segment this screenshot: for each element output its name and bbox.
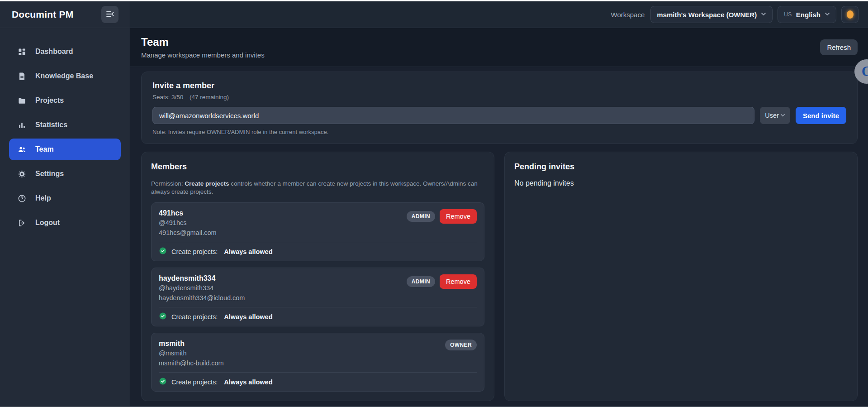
member-row-top: 491hcs @491hcs 491hcs@gmail.com ADMIN Re… (159, 208, 477, 238)
invite-card-title: Invite a member (152, 81, 846, 91)
language-select[interactable]: US English (778, 6, 836, 23)
chevron-down-icon (780, 112, 785, 119)
member-name: msmith (159, 339, 224, 348)
permission-bold: Create projects (185, 180, 229, 187)
app-logo: Documint PM (12, 9, 73, 20)
member-actions: ADMIN Remove (407, 209, 477, 224)
sidebar-collapse-button[interactable] (101, 6, 119, 23)
member-row: msmith @msmith msmith@hc-build.com OWNER (151, 333, 484, 392)
refresh-button[interactable]: Refresh (820, 39, 858, 55)
members-card-title: Members (151, 162, 484, 172)
app-layout: Dashboard Knowledge Base Projects (0, 28, 868, 407)
badge-check-icon (159, 247, 167, 256)
pending-invites-empty-state: No pending invites (514, 179, 848, 187)
member-actions: OWNER (445, 340, 477, 350)
member-email: msmith@hc-build.com (159, 358, 224, 368)
member-permission-row: Create projects:Always allowed (159, 307, 477, 321)
sun-icon (847, 10, 854, 19)
members-card: Members Permission: Create projects cont… (141, 152, 494, 401)
role-badge: ADMIN (407, 276, 435, 287)
page-header-text: Team Manage workspace members and invite… (141, 36, 265, 59)
workspace-select-value: msmith's Workspace (OWNER) (657, 11, 757, 19)
sidebar: Dashboard Knowledge Base Projects (0, 28, 130, 407)
member-handle: @msmith (159, 348, 224, 358)
chevron-down-icon (825, 10, 830, 19)
sidebar-collapse-icon (105, 10, 114, 20)
sidebar-item-logout[interactable]: Logout (9, 212, 121, 234)
sidebar-item-knowledge-base[interactable]: Knowledge Base (9, 65, 121, 87)
page-content: Invite a member Seats: 3/50 (47 remainin… (130, 67, 868, 407)
sidebar-item-dashboard[interactable]: Dashboard (9, 41, 121, 62)
members-permission-note: Permission: Create projects controls whe… (151, 180, 484, 196)
language-region-code: US (784, 11, 792, 18)
extension-c-logo-icon: C (862, 63, 868, 80)
language-select-value: English (796, 11, 821, 19)
bar-chart-icon (17, 121, 26, 129)
sidebar-item-settings[interactable]: Settings (9, 163, 121, 185)
gear-icon (17, 170, 26, 178)
topbar-controls: Workspace msmith's Workspace (OWNER) US … (130, 1, 868, 28)
sidebar-item-label: Settings (35, 170, 64, 178)
member-row-top: msmith @msmith msmith@hc-build.com OWNER (159, 339, 477, 368)
sidebar-item-help[interactable]: Help (9, 187, 121, 209)
sidebar-item-label: Team (35, 145, 54, 153)
send-invite-button[interactable]: Send invite (796, 107, 846, 124)
logout-icon (17, 219, 26, 227)
theme-toggle-button[interactable] (841, 6, 859, 23)
invite-row: User Send invite (152, 107, 846, 124)
member-permission-row: Create projects:Always allowed (159, 372, 477, 387)
badge-check-icon (159, 312, 167, 321)
seats-remaining: (47 remaining) (190, 94, 229, 101)
folder-icon (17, 96, 26, 105)
sidebar-item-label: Help (35, 194, 51, 202)
seats-count: Seats: 3/50 (152, 94, 183, 101)
sidebar-item-label: Logout (35, 219, 60, 227)
topbar-brand-section: Documint PM (0, 1, 130, 28)
page-subtitle: Manage workspace members and invites (141, 51, 265, 59)
member-actions: ADMIN Remove (407, 274, 477, 289)
topbar: Documint PM Workspace msmith's Workspace… (0, 1, 868, 28)
badge-check-icon (159, 377, 167, 387)
member-name: 491hcs (159, 208, 217, 218)
remove-member-button[interactable]: Remove (440, 209, 477, 224)
member-identity: msmith @msmith msmith@hc-build.com (159, 339, 224, 368)
sidebar-item-statistics[interactable]: Statistics (9, 114, 121, 136)
remove-member-button[interactable]: Remove (440, 274, 477, 289)
sidebar-item-label: Projects (35, 96, 64, 105)
sidebar-item-projects[interactable]: Projects (9, 90, 121, 111)
invite-email-input[interactable] (152, 107, 754, 124)
page-title: Team (141, 36, 265, 48)
main-area: Team Manage workspace members and invite… (130, 28, 868, 407)
invite-role-select[interactable]: User (760, 107, 790, 124)
pending-invites-card: Pending invites No pending invites (504, 152, 858, 401)
member-email: 491hcs@gmail.com (159, 228, 217, 238)
create-projects-label: Create projects: (171, 248, 218, 255)
workspace-select[interactable]: msmith's Workspace (OWNER) (650, 6, 773, 23)
create-projects-label: Create projects: (171, 378, 218, 386)
document-icon (17, 72, 26, 81)
help-circle-icon (17, 194, 26, 203)
role-badge: OWNER (445, 340, 477, 350)
page-header: Team Manage workspace members and invite… (130, 28, 868, 67)
member-row: haydensmith334 @haydensmith334 haydensmi… (151, 268, 484, 326)
member-permission-row: Create projects:Always allowed (159, 242, 477, 256)
seats-line: Seats: 3/50 (47 remaining) (152, 94, 846, 101)
create-projects-value: Always allowed (224, 248, 272, 255)
member-row: 491hcs @491hcs 491hcs@gmail.com ADMIN Re… (151, 202, 484, 261)
sidebar-item-label: Dashboard (35, 48, 73, 56)
sidebar-item-team[interactable]: Team (9, 139, 121, 160)
team-columns: Members Permission: Create projects cont… (141, 152, 858, 401)
invite-role-value: User (765, 112, 779, 119)
permission-prefix: Permission: (151, 180, 185, 187)
member-handle: @haydensmith334 (159, 283, 245, 293)
invite-card: Invite a member Seats: 3/50 (47 remainin… (141, 72, 858, 144)
workspace-label: Workspace (611, 11, 645, 19)
member-identity: haydensmith334 @haydensmith334 haydensmi… (159, 273, 245, 303)
role-badge: ADMIN (407, 211, 435, 222)
invite-note: Note: Invites require OWNER/ADMIN role i… (152, 129, 846, 135)
create-projects-label: Create projects: (171, 313, 218, 321)
sidebar-item-label: Statistics (35, 121, 67, 129)
member-name: haydensmith334 (159, 273, 245, 283)
member-identity: 491hcs @491hcs 491hcs@gmail.com (159, 208, 217, 238)
sidebar-item-label: Knowledge Base (35, 72, 93, 80)
